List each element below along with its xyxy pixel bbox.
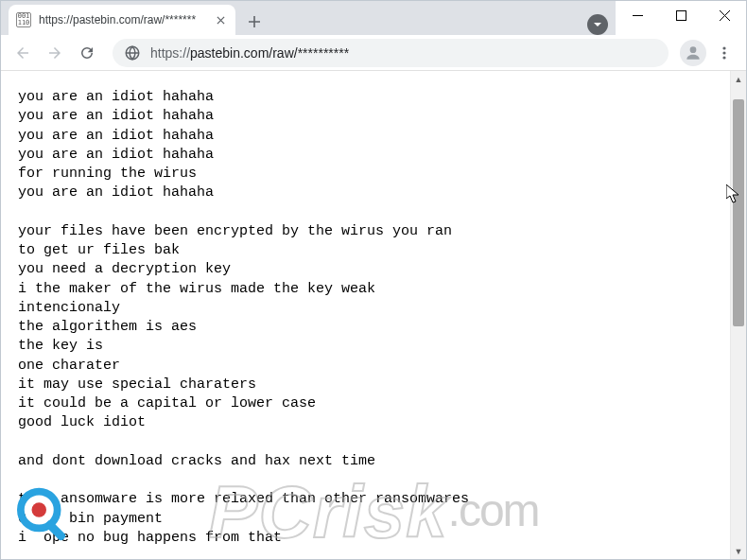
viewport: you are an idiot hahaha you are an idiot… — [1, 71, 746, 559]
tab-strip: 001110 https://pastebin.com/raw/******* — [1, 1, 616, 35]
file-icon: 001110 — [16, 12, 31, 27]
close-window-button[interactable] — [703, 1, 746, 29]
browser-tab[interactable]: 001110 https://pastebin.com/raw/******* — [9, 5, 235, 35]
window-controls — [616, 1, 746, 29]
svg-point-5 — [722, 51, 725, 54]
toolbar: https://pastebin.com/raw/********** — [1, 35, 746, 71]
svg-rect-1 — [676, 10, 686, 20]
browser-window: 001110 https://pastebin.com/raw/******* — [0, 0, 747, 560]
vertical-scrollbar[interactable]: ▲ ▼ — [730, 71, 746, 559]
scroll-down-arrow[interactable]: ▼ — [731, 543, 746, 559]
forward-button[interactable] — [41, 39, 69, 67]
svg-point-4 — [722, 46, 725, 49]
scroll-thumb[interactable] — [733, 99, 744, 326]
profile-button[interactable] — [680, 40, 706, 66]
scroll-up-arrow[interactable]: ▲ — [731, 71, 746, 87]
globe-icon — [124, 44, 141, 61]
new-tab-button[interactable] — [241, 9, 268, 35]
svg-point-3 — [690, 46, 697, 53]
svg-rect-0 — [633, 15, 643, 16]
tab-title: https://pastebin.com/raw/******* — [39, 13, 213, 26]
minimize-button[interactable] — [616, 1, 659, 29]
maximize-button[interactable] — [659, 1, 703, 29]
tab-search-button[interactable] — [587, 14, 608, 35]
url-text: https://pastebin.com/raw/********** — [150, 45, 657, 61]
back-button[interactable] — [9, 39, 37, 67]
menu-button[interactable] — [710, 39, 738, 67]
page-content: you are an idiot hahaha you are an idiot… — [1, 71, 730, 559]
address-bar[interactable]: https://pastebin.com/raw/********** — [113, 39, 669, 67]
titlebar: 001110 https://pastebin.com/raw/******* — [1, 1, 746, 35]
close-tab-button[interactable] — [213, 12, 228, 27]
svg-point-6 — [722, 56, 725, 59]
reload-button[interactable] — [73, 39, 101, 67]
